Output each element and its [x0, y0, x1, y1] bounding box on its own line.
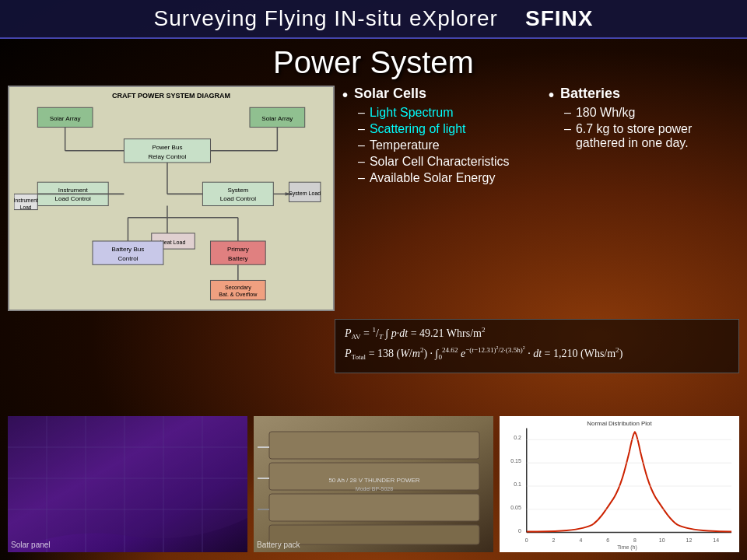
solar-cells-list: Light Spectrum Scattering of light Tempe… [358, 106, 533, 185]
formula-2: PTotal = 138 (W/m2) · ∫024.62 e−(t−12.31… [345, 345, 729, 361]
svg-text:Relay Control: Relay Control [148, 153, 186, 160]
photo-solar-panel: Solar panel [8, 416, 247, 552]
svg-text:Control: Control [117, 255, 138, 262]
sub-item-5: Available Solar Energy [370, 171, 496, 185]
svg-text:Load: Load [20, 205, 32, 210]
photos-row: Solar panel 50 Ah / 28 V THUNDER POWE [8, 416, 739, 552]
svg-text:0.1: 0.1 [514, 481, 521, 487]
header-bar: Surveying Flying IN-situ eXplorer SFINX [0, 0, 747, 39]
svg-text:10: 10 [659, 537, 665, 543]
graph-svg: Normal Distribution Plot 0 2 4 6 8 10 12… [500, 416, 739, 552]
photo-solar-label: Solar panel [11, 541, 51, 549]
photo-battery: 50 Ah / 28 V THUNDER POWER Model BP-5028… [254, 416, 493, 552]
sub-item-4: Solar Cell Characteristics [370, 155, 510, 169]
formula-1: PAV = 1/T ∫ p·dt = 49.21 Whrs/m2 [345, 326, 729, 341]
header-title-bold: SFINX [525, 6, 593, 30]
batteries-list: 180 Wh/kg 6.7 kg to store power gathered… [564, 106, 739, 150]
list-item: Light Spectrum [358, 106, 533, 120]
svg-text:0.15: 0.15 [510, 458, 521, 464]
svg-text:Solar Array: Solar Array [50, 115, 82, 122]
svg-text:Secondary: Secondary [225, 285, 251, 291]
sub-item-2: Scattering of light [370, 122, 466, 136]
sub-item-1: Light Spectrum [370, 106, 454, 120]
photo-graph: Normal Distribution Plot 0 2 4 6 8 10 12… [500, 416, 739, 552]
bullet-dot-batteries: • [549, 87, 554, 103]
svg-text:Load Control: Load Control [55, 195, 91, 202]
svg-text:Primary: Primary [227, 246, 250, 253]
svg-text:Solar Array: Solar Array [261, 115, 293, 122]
bullets-area: • Solar Cells Light Spectrum Scattering … [342, 86, 739, 311]
header-title-text: Surveying Flying IN-situ eXplorer [154, 6, 498, 30]
svg-text:0: 0 [518, 528, 521, 534]
diagram-inner: CRAFT POWER SYSTEM DIAGRAM Solar Array S… [9, 87, 333, 310]
diagram-title: CRAFT POWER SYSTEM DIAGRAM [14, 92, 328, 100]
solar-panel-svg [8, 416, 247, 552]
bullets-row: • Solar Cells Light Spectrum Scattering … [342, 86, 739, 187]
photo-graph-label: Power curve graph [503, 541, 568, 549]
svg-text:Battery: Battery [228, 255, 249, 262]
svg-text:6: 6 [606, 537, 609, 543]
svg-text:Normal Distribution Plot: Normal Distribution Plot [587, 420, 652, 427]
svg-text:Instrument: Instrument [14, 198, 38, 203]
svg-text:50 Ah / 28 V THUNDER POWER: 50 Ah / 28 V THUNDER POWER [328, 477, 419, 484]
battery-svg: 50 Ah / 28 V THUNDER POWER Model BP-5028 [254, 416, 493, 552]
svg-rect-36 [211, 280, 266, 299]
svg-text:System Load: System Load [289, 191, 321, 197]
svg-text:Battery Bus: Battery Bus [112, 246, 145, 253]
svg-text:4: 4 [579, 537, 582, 543]
svg-rect-57 [269, 525, 479, 544]
batteries-label: Batteries [560, 86, 620, 102]
solar-cells-label: Solar Cells [354, 86, 426, 102]
header-title: Surveying Flying IN-situ eXplorer SFINX [154, 6, 594, 31]
svg-text:Heat Load: Heat Load [160, 240, 186, 245]
diagram-svg: Solar Array Solar Array Power Bus Relay … [14, 103, 328, 305]
main-content: CRAFT POWER SYSTEM DIAGRAM Solar Array S… [8, 86, 739, 311]
svg-text:Bat. & Overflow: Bat. & Overflow [219, 292, 258, 297]
photo-battery-label: Battery pack [257, 541, 300, 549]
svg-text:Time (h): Time (h) [617, 544, 637, 551]
svg-text:0.2: 0.2 [514, 435, 521, 440]
formulas-area: PAV = 1/T ∫ p·dt = 49.21 Whrs/m2 PTotal … [335, 319, 739, 373]
page-title: Power System [0, 45, 747, 80]
svg-text:System: System [227, 187, 248, 194]
batteries-column: • Batteries 180 Wh/kg 6.7 kg to store po… [549, 86, 739, 187]
battery-item-2: 6.7 kg to store power gathered in one da… [576, 122, 739, 150]
svg-text:Power Bus: Power Bus [152, 144, 182, 151]
battery-item-1: 180 Wh/kg [576, 106, 635, 120]
list-item: Temperature [358, 138, 533, 152]
list-item: Available Solar Energy [358, 171, 533, 185]
list-item: Scattering of light [358, 122, 533, 136]
svg-text:Model BP-5028: Model BP-5028 [356, 486, 393, 492]
svg-text:Load Control: Load Control [220, 195, 256, 202]
diagram-area: CRAFT POWER SYSTEM DIAGRAM Solar Array S… [8, 86, 335, 311]
svg-text:Instrument: Instrument [58, 187, 89, 194]
svg-text:12: 12 [686, 537, 693, 543]
list-item: Solar Cell Characteristics [358, 155, 533, 169]
svg-rect-54 [269, 432, 479, 459]
svg-text:14: 14 [713, 537, 719, 543]
svg-text:8: 8 [633, 537, 637, 543]
solar-cells-column: • Solar Cells Light Spectrum Scattering … [342, 86, 533, 187]
bullet-dot-solar: • [342, 87, 348, 103]
batteries-header: • Batteries [549, 86, 739, 103]
list-item: 6.7 kg to store power gathered in one da… [564, 122, 739, 150]
sub-item-3: Temperature [370, 138, 440, 152]
solar-cells-header: • Solar Cells [342, 86, 533, 103]
svg-rect-56 [269, 494, 479, 521]
svg-text:0.05: 0.05 [510, 505, 521, 510]
list-item: 180 Wh/kg [564, 106, 739, 120]
power-diagram: CRAFT POWER SYSTEM DIAGRAM Solar Array S… [8, 86, 335, 311]
